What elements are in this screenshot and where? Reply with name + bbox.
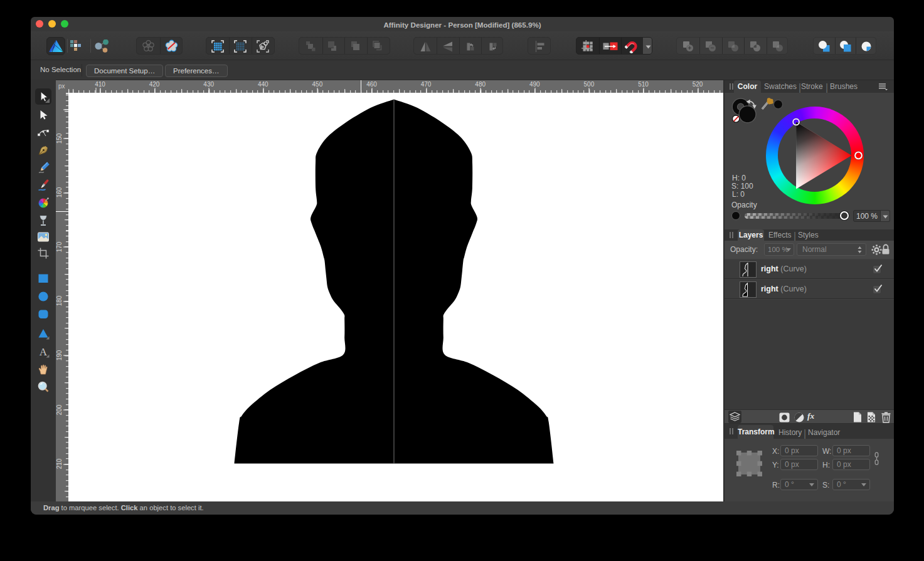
svg-text:A: A xyxy=(40,346,48,358)
